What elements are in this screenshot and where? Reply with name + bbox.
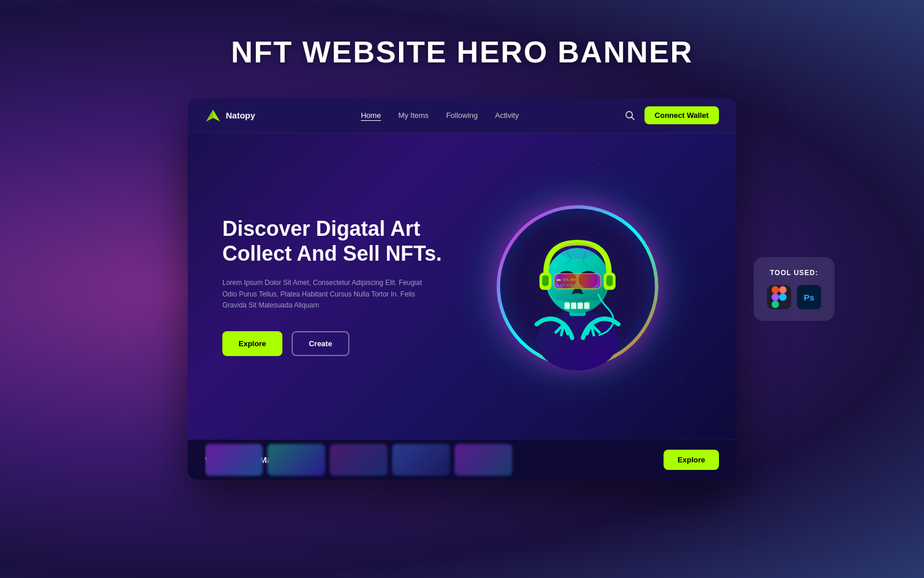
svg-line-3 [631, 117, 634, 120]
navbar: Natopy Home My Items Following Activity … [188, 98, 736, 133]
nav-links: Home My Items Following Activity [361, 111, 519, 120]
svg-rect-24 [779, 286, 787, 294]
svg-text:■■ SYS.RDY: ■■ SYS.RDY [557, 278, 576, 281]
svg-point-27 [779, 294, 787, 301]
svg-rect-10 [578, 302, 583, 309]
nav-link-activity[interactable]: Activity [495, 111, 519, 120]
hero-description: Lorem Ipsum Dolor Sit Amet, Consectetur … [222, 277, 430, 311]
bottom-cards-area [205, 439, 650, 480]
hero-right: ■■ SYS.RDY ▶ NFT.SCAN [453, 176, 702, 396]
logo-area: Natopy [205, 108, 255, 124]
svg-rect-23 [772, 286, 779, 294]
explore-button[interactable]: Explore [222, 331, 282, 356]
tool-label: TOOL USED: [770, 269, 818, 277]
search-button[interactable] [625, 110, 635, 121]
nav-link-following[interactable]: Following [446, 111, 478, 120]
svg-point-22 [558, 243, 597, 259]
figma-tool-icon [767, 285, 791, 309]
logo-icon [205, 108, 221, 124]
nft-card-thumb-2 [267, 444, 325, 476]
ps-tool-icon: Ps [797, 285, 821, 309]
nft-card-thumb-3 [330, 444, 388, 476]
logo-text: Natopy [226, 110, 255, 120]
svg-text:▶ NFT.SCAN: ▶ NFT.SCAN [557, 284, 573, 287]
svg-rect-21 [606, 275, 613, 286]
hero-headline: Discover Digatal Art Collect And Sell NF… [222, 216, 453, 266]
tool-panel: TOOL USED: Ps [754, 257, 834, 321]
svg-rect-20 [542, 275, 549, 286]
nav-actions: Connect Wallet [625, 106, 719, 124]
svg-rect-9 [571, 302, 576, 309]
svg-rect-11 [584, 302, 589, 309]
connect-wallet-button[interactable]: Connect Wallet [644, 106, 719, 124]
bottom-explore-button[interactable]: Explore [664, 450, 719, 470]
skull-character: ■■ SYS.RDY ▶ NFT.SCAN [502, 194, 653, 379]
svg-rect-26 [772, 301, 779, 308]
create-button[interactable]: Create [292, 331, 349, 356]
svg-rect-8 [564, 302, 569, 309]
nft-card-thumb-1 [205, 444, 263, 476]
page-title-area: NFT WEBSITE HERO BANNER [0, 0, 924, 92]
svg-marker-1 [206, 110, 213, 121]
nav-link-home[interactable]: Home [361, 111, 381, 120]
bottom-bar: Welcome Nft Marketplace Explore [188, 439, 736, 480]
svg-rect-25 [772, 294, 779, 301]
nav-link-my-items[interactable]: My Items [398, 111, 429, 120]
search-icon [625, 110, 635, 121]
nft-card-thumb-4 [392, 444, 450, 476]
nft-character-container: ■■ SYS.RDY ▶ NFT.SCAN [479, 176, 676, 396]
page-title: NFT WEBSITE HERO BANNER [0, 35, 924, 69]
hero-left: Discover Digatal Art Collect And Sell NF… [222, 216, 453, 356]
nft-card-thumb-5 [454, 444, 512, 476]
tool-icons-row: Ps [767, 285, 821, 309]
browser-mockup: Natopy Home My Items Following Activity … [188, 98, 736, 480]
hero-section: Discover Digatal Art Collect And Sell NF… [188, 133, 736, 439]
hero-buttons: Explore Create [222, 331, 453, 356]
